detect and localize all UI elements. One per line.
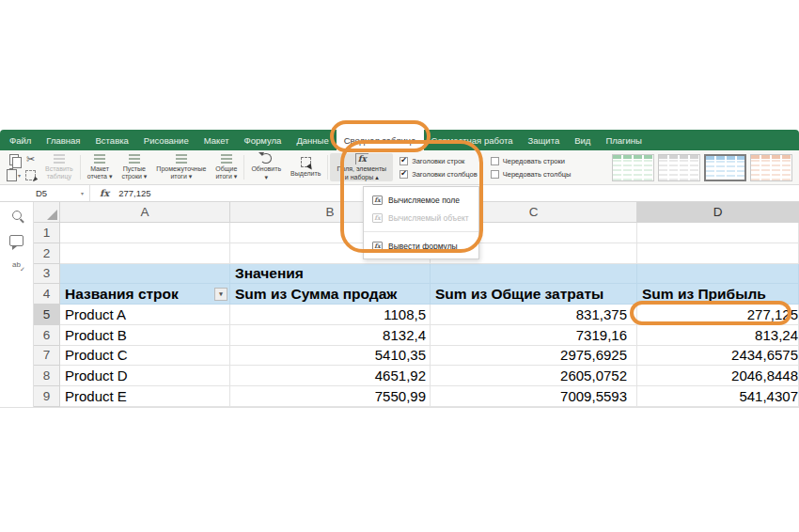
pivot-style-orange[interactable] [750, 154, 792, 181]
pivot-style-blue-selected[interactable] [704, 154, 746, 181]
cell-d3[interactable] [637, 264, 799, 285]
cell-a8[interactable]: Product D [60, 366, 230, 386]
column-header-d-selected[interactable]: D [637, 202, 799, 223]
row-header-3[interactable]: 3 [34, 264, 60, 285]
tab-formula[interactable]: Формула [237, 130, 290, 150]
cell-d2[interactable] [637, 243, 799, 264]
cell-a1[interactable] [60, 223, 230, 243]
tab-home[interactable]: Главная [39, 130, 87, 150]
select-tool-button[interactable] [23, 168, 39, 183]
cell-d9[interactable]: 541,4307 [637, 386, 799, 407]
cell-d1[interactable] [637, 223, 799, 243]
row-header-6[interactable]: 6 [34, 325, 60, 346]
tab-collaboration[interactable]: Совместная работа [424, 130, 521, 150]
row-header-8[interactable]: 8 [34, 366, 60, 386]
select-all-corner[interactable] [34, 202, 60, 223]
row-headers-checkbox[interactable]: Заголовки строк [400, 157, 478, 165]
cell-c3[interactable] [431, 264, 637, 285]
blank-rows-button[interactable]: Пустые строки ▾ [117, 152, 151, 182]
formula-bar-value[interactable]: 277,125 [117, 188, 150, 198]
cell-b8[interactable]: 4651,92 [230, 366, 431, 386]
report-layout-icon [94, 154, 105, 164]
grand-totals-icon [221, 154, 232, 164]
cell-c5[interactable]: 831,375 [431, 305, 637, 325]
header-options-group: Заголовки строк Заголовки столбцов [393, 152, 484, 182]
comment-icon[interactable] [9, 235, 24, 246]
cell-b4-sales-header[interactable]: Sum из Сумма продаж [230, 284, 431, 305]
cell-b6[interactable]: 8132,4 [230, 325, 431, 346]
cell-d7[interactable]: 2434,6575 [637, 346, 799, 367]
row-header-5-selected[interactable]: 5 [34, 305, 60, 325]
tab-protection[interactable]: Защита [521, 130, 568, 150]
paste-button[interactable]: ▾ [6, 168, 22, 183]
cell-d8[interactable]: 2046,8448 [637, 366, 799, 386]
cell-a3[interactable] [60, 264, 230, 285]
fx-label: fx [90, 188, 117, 198]
refresh-icon [260, 153, 272, 164]
search-icon[interactable] [12, 211, 22, 220]
tab-file[interactable]: Файл [2, 130, 39, 150]
refresh-button[interactable]: Обновить ▾ [246, 152, 286, 182]
cell-c4-costs-header[interactable]: Sum из Общие затраты [431, 284, 637, 305]
subtotals-icon [176, 154, 187, 164]
cell-c9[interactable]: 7009,5593 [431, 386, 637, 407]
cell-a6[interactable]: Product B [60, 325, 230, 346]
filter-dropdown-icon[interactable] [214, 288, 227, 301]
cell-b5[interactable]: 1108,5 [230, 305, 431, 325]
menu-item-show-formulas[interactable]: fx Вывести формулы [364, 237, 478, 255]
menu-separator [364, 231, 478, 232]
spellcheck-icon[interactable]: ab [12, 261, 21, 269]
tab-data[interactable]: Данные [289, 130, 336, 150]
cell-c7[interactable]: 2975,6925 [431, 346, 637, 367]
cell-a9[interactable]: Product E [60, 386, 230, 407]
cell-d6[interactable]: 813,24 [637, 325, 799, 346]
tab-insert[interactable]: Вставка [88, 130, 136, 150]
grand-totals-button[interactable]: Общие итоги ▾ [211, 152, 242, 182]
insert-table-button: Вставить таблицу [40, 152, 78, 182]
report-layout-button[interactable]: Макет отчета ▾ [83, 152, 118, 182]
cell-b7[interactable]: 5410,35 [230, 346, 431, 367]
name-box[interactable]: D5 ▾ [28, 185, 90, 201]
checkbox-checked-icon [400, 170, 408, 179]
tab-layout[interactable]: Макет [196, 130, 237, 150]
cell-d4-profit-header[interactable]: Sum из Прибыль [637, 284, 799, 305]
cut-button[interactable]: ✂ [23, 152, 39, 167]
tab-plugins[interactable]: Плагины [598, 130, 650, 150]
column-headers-checkbox[interactable]: Заголовки столбцов [400, 170, 478, 179]
column-header-a[interactable]: A [60, 202, 230, 223]
cell-b9[interactable]: 7550,99 [230, 386, 431, 407]
copy-button[interactable] [6, 152, 22, 167]
subtotals-button[interactable]: Промежуточные итоги ▾ [151, 152, 211, 182]
menu-item-calculated-field[interactable]: fx Вычисляемое поле [364, 191, 478, 209]
cell-a2[interactable] [60, 243, 230, 264]
checkbox-unchecked-icon [491, 170, 499, 179]
tab-pivot-table[interactable]: Сводная таблица [337, 130, 424, 150]
fx-table-icon: fx [372, 242, 383, 251]
fx-table-icon: fx [372, 213, 383, 223]
row-header-4[interactable]: 4 [34, 284, 60, 305]
ribbon-separator [80, 155, 81, 180]
fields-items-sets-button[interactable]: fx Поля, элементы и наборы ▴ [330, 153, 393, 181]
row-header-7[interactable]: 7 [34, 346, 60, 367]
cell-b3-values-label[interactable]: Значения [230, 264, 431, 285]
pivot-style-green[interactable] [612, 154, 654, 181]
pivot-style-gray[interactable] [658, 154, 700, 181]
banded-columns-checkbox[interactable]: Чередовать столбцы [491, 170, 572, 179]
select-button[interactable]: Выделить [286, 152, 325, 182]
menu-item-calculated-item: fx Вычисляемый объект [364, 209, 478, 227]
left-toolbar: ab [0, 202, 34, 407]
tab-draw[interactable]: Рисование [136, 130, 196, 150]
row-header-9[interactable]: 9 [34, 386, 60, 407]
row-header-2[interactable]: 2 [34, 243, 60, 264]
clipboard-group: ✂ ▾ [4, 152, 40, 183]
cell-d5-selected[interactable]: 277,125 [637, 305, 799, 325]
cell-c6[interactable]: 7319,16 [431, 325, 637, 346]
cell-a4-row-labels-header[interactable]: Названия строк [60, 284, 230, 305]
tab-view[interactable]: Вид [567, 130, 598, 150]
cell-a7[interactable]: Product C [60, 346, 230, 367]
cell-a5[interactable]: Product A [60, 305, 230, 325]
banded-rows-checkbox[interactable]: Чередовать строки [491, 157, 572, 165]
cell-c8[interactable]: 2605,0752 [431, 366, 637, 386]
blank-rows-icon [129, 154, 140, 164]
row-header-1[interactable]: 1 [34, 223, 60, 243]
